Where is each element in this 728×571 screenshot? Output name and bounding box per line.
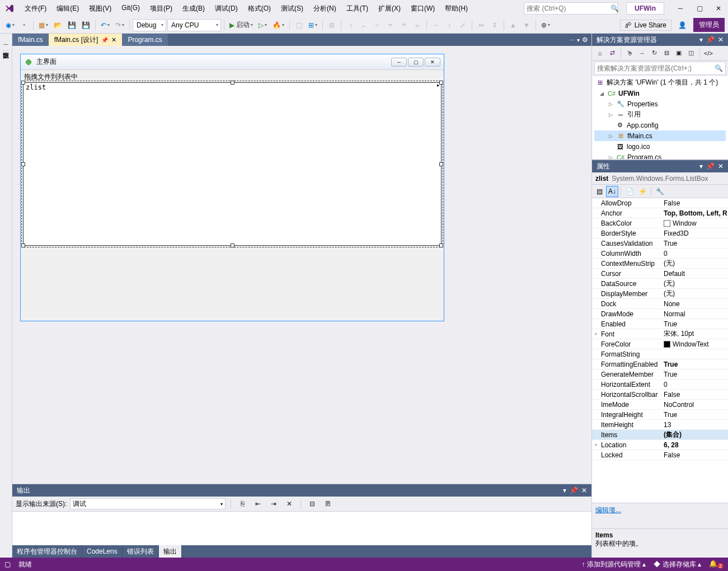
open-button[interactable]: 📂 [51,19,64,31]
pin-icon[interactable]: 📌 [101,37,108,43]
size-h-icon[interactable]: ↕ [443,19,455,31]
align-grid-icon[interactable]: ⊞ [326,19,338,31]
se-sync-icon[interactable]: ↻ [649,48,660,59]
prop-row[interactable]: CausesValidationTrue [592,238,728,249]
appconfig-node[interactable]: ⚙App.config [594,120,726,130]
redo-button[interactable]: ↷ [113,19,126,31]
prop-row[interactable]: LockedFalse [592,450,728,460]
menu-gitg[interactable]: Git(G) [117,2,144,16]
prop-row[interactable]: +Location6, 28 [592,440,728,450]
platform-combo[interactable]: Any CPU [167,19,221,31]
prop-row[interactable]: +Font宋体, 10pt [592,329,728,339]
menu-p[interactable]: 项目(P) [145,2,177,16]
prop-row[interactable]: AllowDropFalse [592,198,728,208]
se-search-input[interactable] [597,64,715,72]
align-center-icon[interactable]: ⫠ [358,19,370,31]
se-back-icon[interactable]: 🖰 [624,48,635,59]
extra-icon[interactable]: ⊕ [539,19,552,31]
menu-s[interactable]: 测试(S) [276,2,308,16]
references-node[interactable]: ▷▫▫引用 [594,109,726,120]
project-node[interactable]: ◢C#UFWin [594,88,726,99]
property-grid[interactable]: AllowDropFalseAnchorTop, Bottom, Left, R… [592,198,728,503]
prop-row[interactable]: ForeColorWindowText [592,339,728,349]
prop-row[interactable]: BorderStyleFixed3D [592,228,728,238]
se-prop-icon[interactable]: ◫ [685,48,697,59]
fmain-node[interactable]: ▷⊞fMain.cs [594,130,726,141]
browse-button[interactable]: ⬚ [293,19,305,31]
datasource-tab[interactable]: 数据源 [0,45,12,50]
hspace-icon[interactable]: ⇔ [475,19,487,31]
tab-program-cs[interactable]: Program.cs [122,34,167,46]
start-nodebug-button[interactable]: ▷ [256,19,269,31]
output-source-combo[interactable]: 调试 [70,498,226,509]
next-icon[interactable]: ⇥ [267,498,280,510]
menu-f[interactable]: 文件(F) [20,2,51,16]
align-right-icon[interactable]: ⫟ [371,19,383,31]
prop-menu-icon[interactable]: ▾ [699,162,703,170]
save-all-button[interactable]: 💾 [79,19,92,31]
close-button[interactable]: ✕ [709,1,728,16]
tab-fmain-design[interactable]: fMain.cs [设计]📌✕ [49,34,123,46]
form-body[interactable]: 拖拽文件到列表中 zlist ▸ [21,70,444,321]
tab-dropdown-icon[interactable]: ⋯ ▾ [570,37,580,43]
menu-n[interactable]: 分析(N) [309,2,341,16]
se-fwd-icon[interactable]: → [636,48,647,59]
bring-front-icon[interactable]: ▲ [507,19,519,31]
designer-canvas[interactable]: 主界面 ─ ▢ ✕ 拖拽文件到列表中 zlist ▸ [12,46,591,484]
prop-row[interactable]: AnchorTop, Bottom, Left, R [592,208,728,218]
prop-pin-icon[interactable]: 📌 [706,162,715,170]
program-node[interactable]: ▷C#Program.cs [594,152,726,159]
undo-button[interactable]: ↶ [98,19,112,31]
menu-t[interactable]: 工具(T) [342,2,373,16]
panel-pin-icon[interactable]: 📌 [570,486,578,494]
size-both-icon[interactable]: ⤢ [457,19,469,31]
prop-row[interactable]: FormattingEnabledTrue [592,359,728,369]
menu-b[interactable]: 生成(B) [178,2,209,16]
wrap-icon[interactable]: ⊟ [306,498,318,510]
feedback-icon[interactable]: 👤 [676,19,689,31]
clear-icon[interactable]: ✕ [283,498,295,510]
prop-row[interactable]: BackColorWindow [592,218,728,228]
properties-node[interactable]: ▷🔧Properties [594,99,726,109]
prop-row[interactable]: DockNone [592,299,728,309]
size-w-icon[interactable]: ↔ [430,19,442,31]
bottom-tab[interactable]: 程序包管理器控制台 [12,545,82,558]
prop-row[interactable]: GenerateMemberTrue [592,369,728,380]
source-control-button[interactable]: ↑ 添加到源代码管理 ▴ [582,560,646,569]
menu-v[interactable]: 视图(V) [84,2,116,16]
tab-fmain-cs[interactable]: fMain.cs [12,34,49,46]
align-top-icon[interactable]: ⫧ [384,19,397,31]
time-icon[interactable]: 🖹 [322,498,334,510]
minimize-button[interactable]: ─ [671,1,690,16]
menu-o[interactable]: 格式(O) [243,2,275,16]
panel-menu-icon[interactable]: ▾ [563,486,566,494]
hot-reload-button[interactable]: 🔥 [270,19,286,31]
prop-row[interactable]: ColumnWidth0 [592,249,728,259]
proppages-icon[interactable]: 🔧 [654,186,666,197]
back-history-button[interactable]: ◉ [3,19,17,31]
prev-icon[interactable]: ⇤ [252,498,264,510]
align-bot-icon[interactable]: ⫨ [411,19,424,31]
prop-row[interactable]: HorizontalExtent0 [592,380,728,390]
alpha-icon[interactable]: A↓ [606,186,618,197]
prop-row[interactable]: ContextMenuStrip(无) [592,259,728,269]
prop-row[interactable]: CursorDefault [592,269,728,279]
se-showall-icon[interactable]: ▣ [673,48,684,59]
panel-close-icon[interactable]: ✕ [581,486,587,494]
liveshare-button[interactable]: ⮳Live Share [620,20,671,31]
menu-d[interactable]: 调试(D) [210,2,242,16]
solution-node[interactable]: ⊞解决方案 'UFWin' (1 个项目，共 1 个) [594,77,726,88]
se-collapse-icon[interactable]: ⊟ [661,48,672,59]
properties-object[interactable]: zlistSystem.Windows.Forms.ListBox [592,172,728,185]
prop-row[interactable]: DataSource(无) [592,279,728,289]
global-search-input[interactable] [527,4,610,12]
output-text[interactable] [12,511,591,545]
admin-badge[interactable]: 管理员 [693,18,725,32]
categorized-icon[interactable]: ▤ [593,186,605,197]
prop-row[interactable]: IntegralHeightTrue [592,410,728,420]
prop-row[interactable]: Items(集合) [592,430,728,440]
notification-button[interactable]: 🔔2 [709,560,724,569]
prop-close-icon[interactable]: ✕ [718,162,724,170]
bottom-tab[interactable]: 输出 [159,545,182,558]
zlist-listbox[interactable]: zlist ▸ [23,82,442,246]
